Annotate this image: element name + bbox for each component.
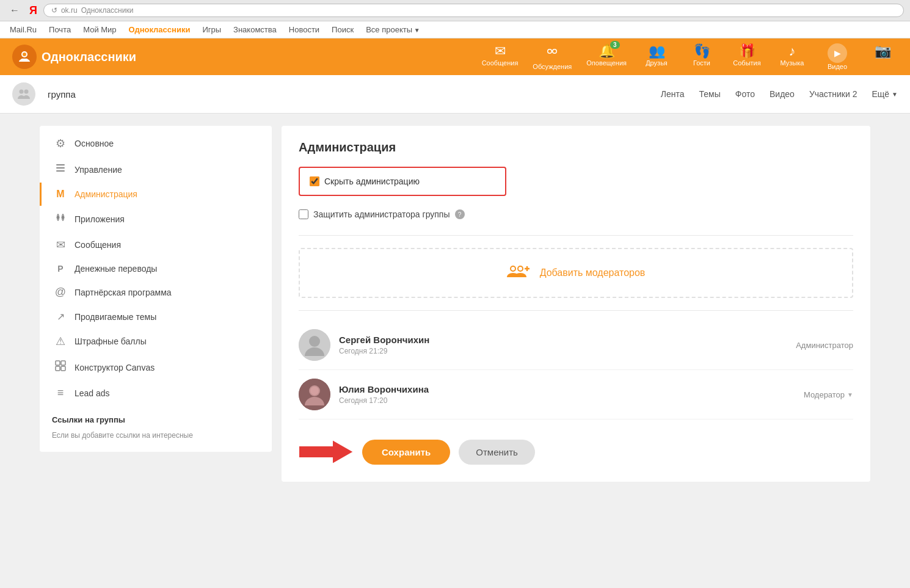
nav-znakomstva[interactable]: Знакомства <box>233 25 277 34</box>
sidebar-item-prodvigaemye[interactable]: ↗ Продвигаемые темы <box>40 305 272 328</box>
gear-icon: ⚙ <box>54 137 67 150</box>
sidebar-item-canvas[interactable]: Конструктор Canvas <box>40 354 272 380</box>
canvas-icon <box>54 360 67 374</box>
penalty-icon: ⚠ <box>54 335 67 348</box>
money-icon: Р <box>54 264 67 274</box>
mailru-nav: Mail.Ru Почта Мой Мир Одноклассники Игры… <box>0 21 910 38</box>
nav-guests[interactable]: 👣 Гости <box>686 43 717 70</box>
admin-icon: М <box>54 189 67 200</box>
arrow-annotation <box>299 437 354 467</box>
user-role-label-1: Модератор <box>804 390 845 399</box>
nav-igry[interactable]: Игры <box>202 25 221 34</box>
camera-icon: 📷 <box>875 43 891 59</box>
svg-point-28 <box>309 336 320 347</box>
hide-admin-checkbox-label[interactable]: Скрыть администрацию <box>310 176 420 186</box>
sidebar-item-partnerska[interactable]: @ Партнёрская программа <box>40 280 272 305</box>
address-bar[interactable]: ↺ ok.ru Одноклассники <box>43 4 904 17</box>
role-dropdown-arrow[interactable]: ▼ <box>847 391 853 398</box>
svg-rect-2 <box>21 59 27 60</box>
add-moderator-box[interactable]: Добавить модераторов <box>299 248 853 298</box>
sidebar-item-prilozhenia[interactable]: Приложения <box>40 206 272 232</box>
friends-icon: 👥 <box>649 43 665 59</box>
svg-point-8 <box>20 90 24 94</box>
nav-mailru[interactable]: Mail.Ru <box>10 25 37 34</box>
nav-music[interactable]: ♪ Музыка <box>777 43 807 70</box>
user-avatar-1 <box>299 379 330 410</box>
tab-esche[interactable]: Ещё <box>872 87 898 101</box>
ok-nav-items: ✉ Сообщения Обсуждения 🔔 3 Оповещения � <box>482 43 898 70</box>
add-moderator-label: Добавить модераторов <box>540 267 646 278</box>
user-role-0: Администратор <box>796 341 853 350</box>
site-name: Одноклассники <box>81 6 134 15</box>
svg-marker-32 <box>299 440 354 464</box>
user-info-1: Юлия Ворончихина Сегодня 17:20 <box>339 384 795 405</box>
address-text: ok.ru <box>61 6 78 15</box>
svg-point-23 <box>511 267 515 270</box>
nav-events[interactable]: 🎁 События <box>732 43 762 70</box>
nav-friends[interactable]: 👥 Друзья <box>641 43 672 70</box>
user-info-0: Сергей Ворончихин Сегодня 21:29 <box>339 335 787 355</box>
svg-rect-19 <box>56 366 60 371</box>
nav-notifications[interactable]: 🔔 3 Оповещения <box>586 43 627 70</box>
divider-2 <box>299 310 853 311</box>
page-title: Администрация <box>299 140 853 154</box>
apps-icon <box>54 212 67 226</box>
partner-icon: @ <box>54 286 67 299</box>
back-button[interactable]: ← <box>6 4 23 17</box>
video-icon: ▶ <box>828 43 847 63</box>
help-icon[interactable]: ? <box>455 209 465 219</box>
nav-poisk[interactable]: Поиск <box>332 25 354 34</box>
sidebar-item-lead-ads[interactable]: ≡ Lead ads <box>40 380 272 405</box>
hide-admin-checkbox[interactable] <box>310 176 319 186</box>
add-mod-icon <box>507 261 531 285</box>
sidebar-item-shtrafy[interactable]: ⚠ Штрафные баллы <box>40 328 272 354</box>
svg-rect-3 <box>23 60 26 62</box>
protect-admin-row: Защитить администратора группы ? <box>299 203 853 225</box>
group-subheader: группа Лента Темы Фото Видео Участники 2… <box>0 75 910 114</box>
sidebar-item-administratsiya[interactable]: М Администрация <box>40 183 272 206</box>
svg-rect-10 <box>56 164 65 165</box>
cancel-button[interactable]: Отменить <box>459 440 535 465</box>
save-button[interactable]: Сохранить <box>362 440 450 465</box>
ok-logo-text: Одноклассники <box>42 50 136 64</box>
promoted-icon: ↗ <box>54 311 67 322</box>
messages-icon: ✉ <box>54 238 67 252</box>
sidebar-item-denezhnye[interactable]: Р Денежные переводы <box>40 258 272 280</box>
tab-video[interactable]: Видео <box>770 87 795 101</box>
user-role-1: Модератор ▼ <box>804 390 853 399</box>
lead-ads-icon: ≡ <box>54 387 67 399</box>
nav-novosti[interactable]: Новости <box>289 25 319 34</box>
user-name-0: Сергей Ворончихин <box>339 335 787 345</box>
nav-moimir[interactable]: Мой Мир <box>83 25 116 34</box>
music-icon: ♪ <box>789 43 796 59</box>
messages-icon: ✉ <box>495 43 506 59</box>
nav-vse-proekty[interactable]: Все проекты <box>366 25 420 34</box>
nav-camera[interactable]: 📷 <box>867 43 898 70</box>
sidebar-item-soobschenia[interactable]: ✉ Сообщения <box>40 232 272 258</box>
tab-foto[interactable]: Фото <box>735 87 755 101</box>
svg-rect-11 <box>56 167 65 169</box>
protect-admin-checkbox[interactable] <box>299 209 308 219</box>
group-name: группа <box>48 89 76 100</box>
svg-point-7 <box>553 50 556 53</box>
tab-temy[interactable]: Темы <box>699 87 721 101</box>
nav-pochta[interactable]: Почта <box>49 25 71 34</box>
svg-rect-20 <box>61 366 65 371</box>
nav-video[interactable]: ▶ Видео <box>822 43 853 70</box>
nav-discussions[interactable]: Обсуждения <box>533 43 572 70</box>
svg-point-9 <box>24 90 29 94</box>
tab-lenta[interactable]: Лента <box>661 87 685 101</box>
ok-logo[interactable]: Одноклассники <box>12 45 136 69</box>
ok-header: Одноклассники ✉ Сообщения Обсуждения 🔔 3 <box>0 38 910 75</box>
svg-point-6 <box>548 50 551 53</box>
nav-odnoklassniki[interactable]: Одноклассники <box>129 25 191 34</box>
user-row-0: Сергей Ворончихин Сегодня 21:29 Админист… <box>299 321 853 370</box>
nav-messages[interactable]: ✉ Сообщения <box>482 43 519 70</box>
main-content: Администрация Скрыть администрацию Защит… <box>282 126 870 482</box>
sidebar-item-osnovnoe[interactable]: ⚙ Основное <box>40 131 272 156</box>
group-tabs: Лента Темы Фото Видео Участники 2 Ещё <box>661 87 898 101</box>
tab-uchastniki[interactable]: Участники 2 <box>809 87 857 101</box>
svg-point-24 <box>519 267 522 270</box>
sidebar-item-upravlenie[interactable]: Управление <box>40 156 272 183</box>
hide-admin-section: Скрыть администрацию <box>299 167 506 196</box>
